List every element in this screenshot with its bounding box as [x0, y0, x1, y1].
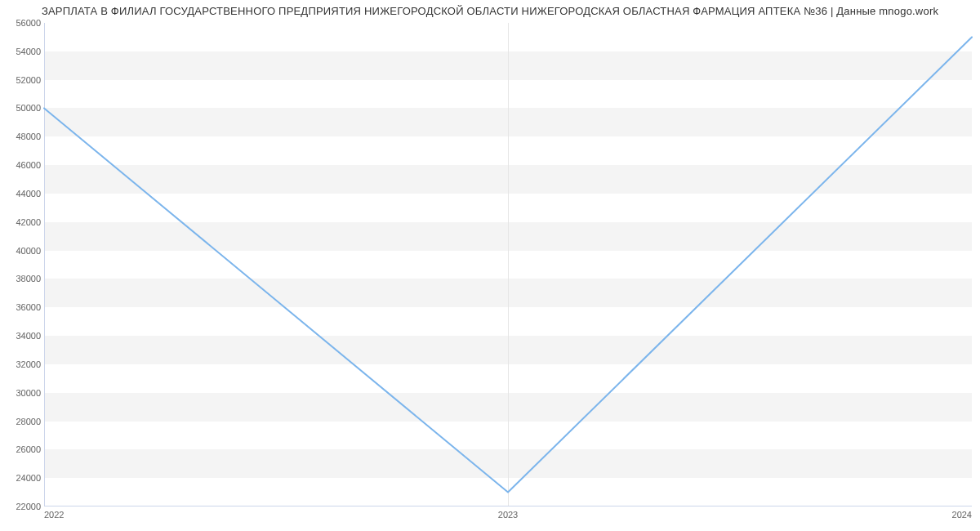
- y-tick-label: 28000: [3, 417, 41, 426]
- y-tick-label: 56000: [3, 18, 41, 28]
- line-layer: [44, 23, 972, 506]
- y-tick-label: 50000: [3, 103, 41, 113]
- y-tick-label: 52000: [3, 75, 41, 85]
- y-tick-label: 32000: [3, 359, 41, 369]
- y-tick-label: 22000: [3, 502, 41, 511]
- y-tick-label: 42000: [3, 217, 41, 227]
- y-tick-label: 44000: [3, 189, 41, 199]
- salary-line-chart: ЗАРПЛАТА В ФИЛИАЛ ГОСУДАРСТВЕННОГО ПРЕДП…: [0, 0, 980, 531]
- y-tick-label: 36000: [3, 302, 41, 312]
- y-tick-label: 48000: [3, 132, 41, 141]
- y-tick-label: 54000: [3, 47, 41, 56]
- chart-title: ЗАРПЛАТА В ФИЛИАЛ ГОСУДАРСТВЕННОГО ПРЕДП…: [0, 5, 980, 17]
- plot-area: [44, 23, 972, 506]
- salary-series-line: [44, 37, 972, 492]
- y-tick-label: 30000: [3, 388, 41, 398]
- x-tick-label: 2022: [44, 510, 64, 520]
- y-tick-label: 34000: [3, 331, 41, 341]
- y-tick-label: 40000: [3, 246, 41, 256]
- x-tick-label: 2023: [498, 510, 518, 520]
- y-tick-label: 46000: [3, 160, 41, 170]
- x-tick-label: 2024: [952, 510, 972, 520]
- y-tick-label: 24000: [3, 473, 41, 483]
- y-tick-label: 26000: [3, 444, 41, 454]
- y-tick-label: 38000: [3, 274, 41, 283]
